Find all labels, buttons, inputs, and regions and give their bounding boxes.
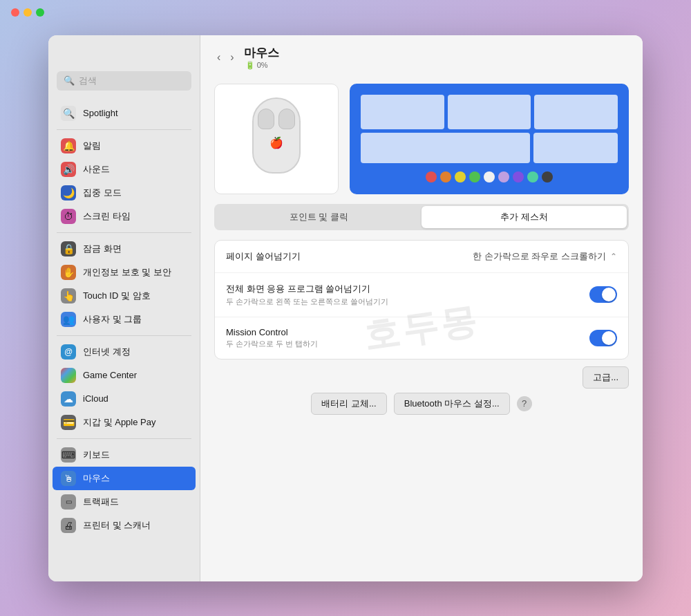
toggle-mission-control[interactable] <box>589 330 617 346</box>
sidebar-item-internet[interactable]: @ 인터넷 계정 <box>53 340 196 364</box>
sidebar-item-lockscreen[interactable]: 🔒 잠금 화면 <box>53 237 196 261</box>
action-buttons-row: 배터리 교체... Bluetooth 마우스 설정... ? <box>214 389 629 419</box>
sidebar-item-icloud[interactable]: ☁ iCloud <box>53 387 196 411</box>
swatch-orange[interactable] <box>440 171 451 183</box>
touchid-icon: 👆 <box>61 288 76 304</box>
sidebar-item-keyboard[interactable]: ⌨ 키보드 <box>53 443 196 467</box>
sidebar-item-touchid[interactable]: 👆 Touch ID 및 암호 <box>53 284 196 308</box>
notifications-icon: 🔔 <box>61 138 76 153</box>
mouse-left-button <box>258 109 274 129</box>
sidebar-label-screentime: 스크린 타임 <box>83 210 131 223</box>
spotlight-icon: 🔍 <box>61 106 76 121</box>
swatch-lavender[interactable] <box>498 171 509 183</box>
search-input[interactable]: 검색 <box>79 75 97 87</box>
desktop-tile-4 <box>361 133 530 163</box>
desktop-tile-1 <box>361 95 444 129</box>
lockscreen-icon: 🔒 <box>61 241 76 256</box>
sidebar-item-printer[interactable]: 🖨 프린터 및 스캐너 <box>53 514 196 537</box>
swatch-red[interactable] <box>426 171 437 183</box>
trackpad-icon: ▭ <box>61 494 76 510</box>
swatch-yellow[interactable] <box>455 171 466 183</box>
sidebar-label-mouse: 마우스 <box>83 472 110 485</box>
sidebar-item-mouse[interactable]: 🖱 마우스 <box>53 467 196 490</box>
setting-row-app-expose: 전체 화면 응용 프로그램 쓸어넘기기 두 손가락으로 왼쪽 또는 오른쪽으로 … <box>215 273 628 317</box>
sidebar-label-lockscreen: 잠금 화면 <box>83 243 122 255</box>
sidebar-label-trackpad: 트랙패드 <box>83 496 119 508</box>
mouse-right-button <box>278 109 295 129</box>
sidebar-label-wallet: 지갑 및 Apple Pay <box>83 416 156 429</box>
color-picker-section <box>350 84 629 194</box>
sound-icon: 🔊 <box>61 162 76 177</box>
setting-label-app-expose: 전체 화면 응용 프로그램 쓸어넘기기 두 손가락으로 왼쪽 또는 오른쪽으로 … <box>226 283 388 307</box>
mouse-visual: 🍎 <box>214 84 339 194</box>
bluetooth-settings-button[interactable]: Bluetooth 마우스 설정... <box>394 393 510 415</box>
setting-label-mission-control: Mission Control 두 손가락으로 두 번 탭하기 <box>226 327 318 349</box>
sidebar-label-internet: 인터넷 계정 <box>83 346 131 358</box>
main-window: 🔍 검색 🔍 Spotlight 🔔 알림 🔊 사운드 🌙 집중 모드 <box>48 35 643 581</box>
desktop-tile-5 <box>533 133 618 163</box>
main-header: ‹ › 마우스 🔋 0% <box>200 35 643 77</box>
sidebar-label-notifications: 알림 <box>83 140 101 152</box>
keyboard-icon: ⌨ <box>61 447 76 463</box>
bottom-bar: 고급... <box>214 360 629 389</box>
mouse-image: 🍎 <box>249 97 304 180</box>
search-icon: 🔍 <box>64 75 75 86</box>
sidebar-item-spotlight[interactable]: 🔍 Spotlight <box>53 102 196 125</box>
setting-row-mission-control: Mission Control 두 손가락으로 두 번 탭하기 <box>215 317 628 359</box>
chevron-down-icon: ⌃ <box>610 252 617 261</box>
desktop-tile-2 <box>448 95 531 129</box>
sidebar-label-privacy: 개인정보 보호 및 보안 <box>83 266 171 279</box>
swatch-green[interactable] <box>469 171 480 183</box>
sidebar-scroll: 🔍 Spotlight 🔔 알림 🔊 사운드 🌙 집중 모드 ⏱ 스크린 타임 <box>48 99 200 581</box>
search-box[interactable]: 🔍 검색 <box>57 71 191 91</box>
sidebar-item-gamecenter[interactable]: Game Center <box>53 364 196 387</box>
sidebar-item-notifications[interactable]: 🔔 알림 <box>53 134 196 158</box>
apple-logo: 🍎 <box>269 136 283 149</box>
battery-icon: 🔋 <box>245 61 255 70</box>
divider-1 <box>57 129 191 130</box>
setting-label-page-scroll: 페이지 쓸어넘기기 <box>226 250 301 263</box>
sidebar-item-trackpad[interactable]: ▭ 트랙패드 <box>53 490 196 514</box>
sidebar-item-screentime[interactable]: ⏱ 스크린 타임 <box>53 205 196 228</box>
sidebar-label-touchid: Touch ID 및 암호 <box>83 290 151 302</box>
sidebar-item-sound[interactable]: 🔊 사운드 <box>53 158 196 181</box>
sidebar-label-printer: 프린터 및 스캐너 <box>83 519 151 532</box>
page-title: 마우스 <box>244 45 279 61</box>
sidebar-label-users: 사용자 및 그룹 <box>83 313 142 326</box>
color-swatches <box>426 171 553 183</box>
tab-point-click[interactable]: 포인트 및 클릭 <box>216 206 422 228</box>
sidebar-item-wallet[interactable]: 💳 지갑 및 Apple Pay <box>53 411 196 434</box>
sidebar-label-focus: 집중 모드 <box>83 187 122 199</box>
battery-value: 0% <box>257 61 268 69</box>
sidebar-label-icloud: iCloud <box>83 393 108 404</box>
forward-button[interactable]: › <box>227 51 236 64</box>
battery-info: 🔋 0% <box>245 61 279 70</box>
tab-gestures[interactable]: 추가 제스처 <box>422 206 627 228</box>
back-button[interactable]: ‹ <box>214 51 223 64</box>
settings-panel: 페이지 쓸어넘기기 한 손가락으로 좌우로 스크롤하기 ⌃ 전체 화면 응용 프… <box>214 240 629 360</box>
setting-row-page-scroll: 페이지 쓸어넘기기 한 손가락으로 좌우로 스크롤하기 ⌃ <box>215 241 628 273</box>
mouse-body: 🍎 <box>252 97 301 174</box>
advanced-button[interactable]: 고급... <box>583 366 629 389</box>
privacy-icon: ✋ <box>61 265 76 280</box>
toggle-app-expose[interactable] <box>589 286 617 303</box>
desktop-tile-3 <box>534 95 618 129</box>
battery-replace-button[interactable]: 배터리 교체... <box>311 393 386 415</box>
desktop-row-2 <box>361 133 618 163</box>
sidebar-label-keyboard: 키보드 <box>83 449 110 461</box>
gamecenter-icon <box>61 368 76 383</box>
mouse-icon: 🖱 <box>61 471 76 486</box>
setting-value-page-scroll[interactable]: 한 손가락으로 좌우로 스크롤하기 ⌃ <box>473 250 617 263</box>
sidebar-item-users[interactable]: 👥 사용자 및 그룹 <box>53 308 196 331</box>
swatch-dark[interactable] <box>542 171 553 183</box>
main-content: ‹ › 마우스 🔋 0% <box>200 35 643 581</box>
desktop-row-1 <box>361 95 618 129</box>
sidebar-item-focus[interactable]: 🌙 집중 모드 <box>53 181 196 205</box>
help-button[interactable]: ? <box>517 396 532 411</box>
swatch-purple[interactable] <box>513 171 524 183</box>
nav-buttons: ‹ › <box>214 51 237 64</box>
users-icon: 👥 <box>61 312 76 327</box>
sidebar-item-privacy[interactable]: ✋ 개인정보 보호 및 보안 <box>53 261 196 284</box>
swatch-teal[interactable] <box>527 171 538 183</box>
swatch-white[interactable] <box>484 171 495 183</box>
